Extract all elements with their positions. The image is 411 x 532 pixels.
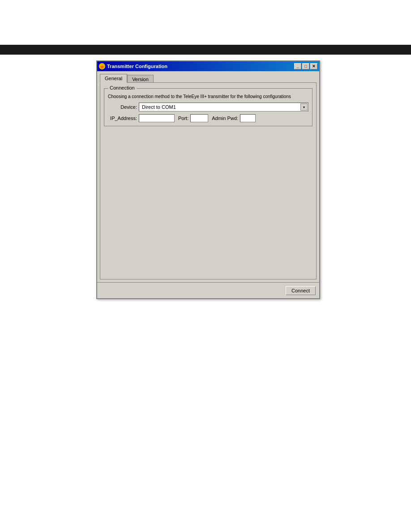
tab-bar: General Version [100, 74, 317, 82]
ip-address-input[interactable] [139, 114, 175, 122]
connect-button[interactable]: Connect [286, 286, 316, 295]
window-title: Transmitter Configuration [107, 64, 167, 69]
title-bar: Transmitter Configuration _ □ ✕ [97, 61, 319, 71]
title-bar-left: Transmitter Configuration [99, 63, 167, 69]
minimize-button[interactable]: _ [294, 63, 301, 69]
title-bar-buttons: _ □ ✕ [294, 63, 317, 69]
ip-row: IP_Address: Port: Admin Pwd: [108, 114, 308, 122]
maximize-button[interactable]: □ [302, 63, 309, 69]
pwd-label: Admin Pwd: [212, 116, 238, 121]
close-button[interactable]: ✕ [310, 63, 317, 69]
port-input[interactable] [190, 114, 208, 122]
window-body: General Version Connection Choosing a co… [97, 71, 319, 282]
transmitter-config-window: Transmitter Configuration _ □ ✕ General … [96, 60, 320, 299]
tab-content-general: Connection Choosing a connection method … [100, 82, 317, 279]
tab-general[interactable]: General [100, 74, 127, 83]
port-label: Port: [178, 116, 188, 121]
admin-pwd-input[interactable] [240, 114, 256, 122]
top-bar [0, 45, 411, 55]
connection-group-title: Connection [108, 85, 137, 90]
window-icon [99, 63, 105, 69]
bottom-bar: Connect [97, 282, 319, 298]
device-row: Device: Direct to COM1 Direct to COM2 Ne… [108, 103, 308, 112]
device-select-wrapper: Direct to COM1 Direct to COM2 Network ▼ [139, 103, 308, 112]
connection-group: Connection Choosing a connection method … [104, 88, 313, 126]
connection-description: Choosing a connection method to the Tele… [108, 94, 308, 99]
device-label: Device: [108, 104, 137, 110]
device-select[interactable]: Direct to COM1 Direct to COM2 Network [139, 103, 308, 112]
ip-label: IP_Address: [108, 116, 137, 121]
